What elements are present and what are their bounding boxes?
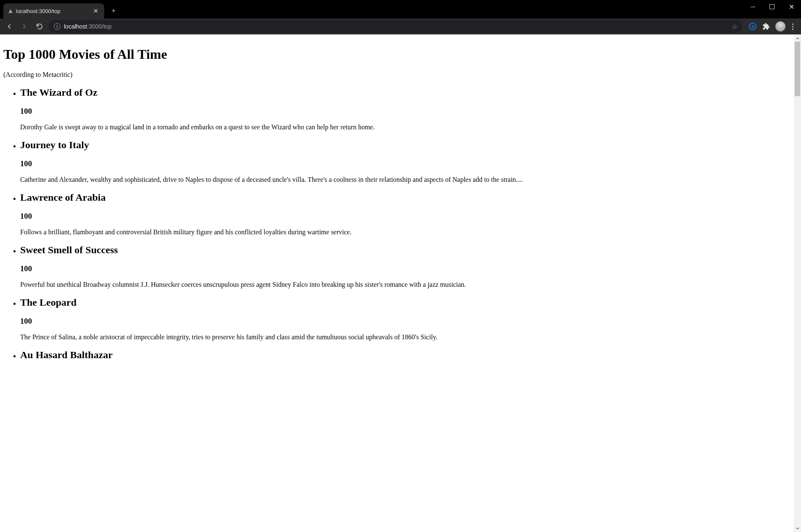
movie-desc: Catherine and Alexander, wealthy and sop…: [20, 176, 790, 183]
content-viewport: Top 1000 Movies of All Time (According t…: [0, 34, 801, 532]
scroll-up-button[interactable]: [794, 34, 801, 42]
browser-menu-button[interactable]: [790, 22, 795, 31]
movie-title: Journey to Italy: [20, 139, 790, 151]
window-titlebar: localhost:3000/top ✕ + ✕: [0, 0, 801, 18]
bookmark-star-icon[interactable]: ☆: [732, 23, 738, 31]
movie-desc: The Prince of Salina, a noble aristocrat…: [20, 333, 790, 341]
toolbar-actions: ①: [746, 21, 798, 31]
movie-score: 100: [20, 212, 790, 221]
list-item: Au Hasard Balthazar: [20, 349, 790, 361]
extension-icon[interactable]: ①: [748, 22, 757, 31]
favicon-icon: [8, 9, 13, 13]
movie-title: Lawrence of Arabia: [20, 192, 790, 203]
profile-avatar[interactable]: [775, 21, 785, 31]
forward-button[interactable]: [18, 21, 30, 32]
list-item: Lawrence of Arabia 100 Follows a brillia…: [20, 192, 790, 236]
browser-tab[interactable]: localhost:3000/top ✕: [3, 3, 104, 18]
browser-toolbar: i localhost:3000/top ☆ ①: [0, 18, 801, 34]
back-button[interactable]: [3, 21, 15, 32]
movie-title: Au Hasard Balthazar: [20, 349, 790, 361]
tab-title: localhost:3000/top: [16, 8, 89, 14]
page-subtitle: (According to Metacritic): [3, 71, 790, 79]
movie-desc: Follows a brilliant, flamboyant and cont…: [20, 228, 790, 236]
minimize-button[interactable]: [743, 0, 762, 13]
movie-title: Sweet Smell of Success: [20, 244, 790, 256]
scrollbar-thumb[interactable]: [795, 42, 800, 96]
maximize-button[interactable]: [762, 0, 782, 13]
extensions-menu-icon[interactable]: [762, 22, 770, 31]
new-tab-button[interactable]: +: [108, 5, 119, 17]
movie-title: The Leopard: [20, 297, 790, 308]
reload-button[interactable]: [34, 21, 45, 32]
movie-score: 100: [20, 107, 790, 116]
movie-desc: Powerful but unethical Broadway columnis…: [20, 281, 790, 288]
movie-list: The Wizard of Oz 100 Dorothy Gale is swe…: [3, 87, 790, 361]
url-text: localhost:3000/top: [64, 23, 112, 30]
close-tab-button[interactable]: ✕: [92, 8, 99, 14]
list-item: The Wizard of Oz 100 Dorothy Gale is swe…: [20, 87, 790, 131]
movie-score: 100: [20, 159, 790, 168]
movie-score: 100: [20, 264, 790, 273]
scrollbar-track[interactable]: [794, 42, 801, 525]
list-item: Sweet Smell of Success 100 Powerful but …: [20, 244, 790, 288]
movie-desc: Dorothy Gale is swept away to a magical …: [20, 123, 790, 131]
list-item: The Leopard 100 The Prince of Salina, a …: [20, 297, 790, 341]
list-item: Journey to Italy 100 Catherine and Alexa…: [20, 139, 790, 183]
page-content: Top 1000 Movies of All Time (According t…: [0, 34, 794, 532]
movie-score: 100: [20, 317, 790, 326]
vertical-scrollbar[interactable]: [794, 34, 801, 532]
site-info-icon[interactable]: i: [54, 23, 61, 30]
window-controls: ✕: [743, 0, 801, 13]
page-title: Top 1000 Movies of All Time: [3, 47, 790, 62]
window-close-button[interactable]: ✕: [782, 0, 801, 13]
movie-title: The Wizard of Oz: [20, 87, 790, 98]
address-bar[interactable]: i localhost:3000/top ☆: [49, 20, 743, 33]
scroll-down-button[interactable]: [794, 525, 801, 532]
